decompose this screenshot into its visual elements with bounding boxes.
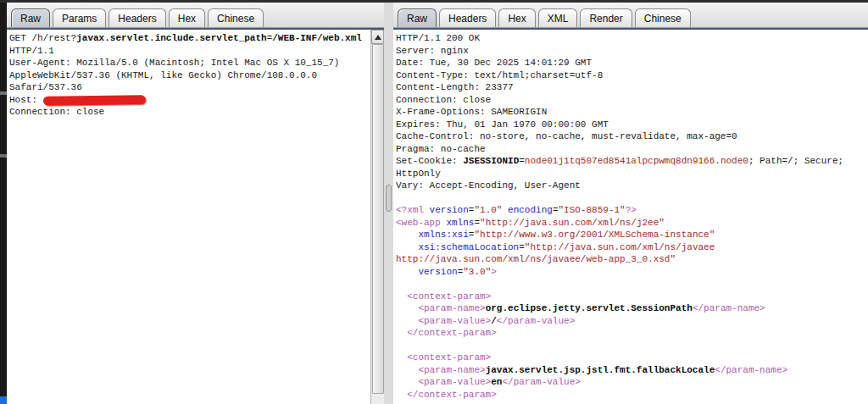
response-line: <web-app xmlns="http://java.sun.com/xml/…: [396, 217, 866, 230]
request-panel: RawParamsHeadersHexChinese GET /h/rest?j…: [7, 3, 384, 404]
response-line: X-Frame-Options: SAMEORIGIN: [396, 106, 866, 119]
request-tab-hex[interactable]: Hex: [169, 8, 205, 27]
response-content: HTTP/1.1 200 OKServer: nginxDate: Tue, 3…: [393, 28, 868, 404]
response-line: Set-Cookie: JSESSIONID=node01j1tq507ed85…: [396, 155, 866, 168]
scroll-up-icon: [375, 35, 381, 40]
response-line: <param-name>javax.servlet.jsp.jstl.fmt.f…: [396, 364, 866, 377]
response-line: Content-Type: text/html;charset=utf-8: [396, 69, 866, 82]
request-line: HTTP/1.1: [9, 45, 370, 58]
request-tab-headers[interactable]: Headers: [108, 8, 165, 27]
request-tab-params[interactable]: Params: [53, 8, 106, 27]
request-editor[interactable]: GET /h/rest?javax.servlet.include.servle…: [9, 32, 370, 404]
response-line: <context-param>: [396, 291, 866, 303]
request-tab-raw[interactable]: Raw: [11, 8, 50, 27]
response-line: http://java.sun.com/xml/ns/javaee/web-ap…: [396, 253, 866, 266]
response-line: <param-name>org.eclipse.jetty.servlet.Se…: [396, 302, 866, 315]
request-line: AppleWebKit/537.36 (KHTML, like Gecko) C…: [9, 69, 370, 82]
response-tab-xml[interactable]: XML: [538, 8, 578, 27]
request-line: User-Agent: Mozilla/5.0 (Macintosh; Inte…: [9, 57, 370, 69]
response-line: Content-Length: 23377: [396, 81, 866, 94]
response-line: </context-param>: [396, 327, 866, 340]
window-left-edge: [0, 0, 7, 404]
request-tabstrip: RawParamsHeadersHexChinese: [7, 3, 384, 28]
response-line: Server: nginx: [396, 45, 866, 58]
response-line: <context-param>: [396, 351, 866, 364]
edge-notch: [0, 91, 7, 95]
response-line: <param-value>/</param-value>: [396, 315, 866, 328]
split-divider[interactable]: [384, 3, 393, 404]
response-tabstrip: RawHeadersHexXMLRenderChinese: [393, 3, 868, 28]
response-editor[interactable]: HTTP/1.1 200 OKServer: nginxDate: Tue, 3…: [396, 32, 866, 404]
edge-blue-accent: [0, 396, 7, 404]
scroll-up-button[interactable]: [371, 30, 384, 44]
response-line: [396, 192, 866, 205]
response-line: Pragma: no-cache: [396, 143, 866, 156]
redaction-marker: [43, 95, 146, 105]
response-tab-headers[interactable]: Headers: [439, 8, 496, 27]
http-message-split-view: RawParamsHeadersHexChinese GET /h/rest?j…: [0, 0, 868, 404]
response-line: HttpOnly: [396, 168, 866, 180]
split-pane: RawParamsHeadersHexChinese GET /h/rest?j…: [7, 3, 868, 404]
response-line: [396, 278, 866, 291]
response-line: Connection: close: [396, 94, 866, 107]
response-line: HTTP/1.1 200 OK: [396, 32, 866, 45]
response-line: Expires: Thu, 01 Jan 1970 00:00:00 GMT: [396, 119, 866, 131]
response-line: xmlns:xsi="http://www.w3.org/2001/XMLSch…: [396, 229, 866, 241]
response-tab-hex[interactable]: Hex: [498, 8, 535, 27]
request-line: Connection: close: [9, 106, 370, 119]
response-line: version="3.0">: [396, 266, 866, 279]
response-panel: RawHeadersHexXMLRenderChinese HTTP/1.1 2…: [393, 3, 868, 404]
request-line: GET /h/rest?javax.servlet.include.servle…: [9, 32, 370, 45]
request-tab-chinese[interactable]: Chinese: [208, 8, 264, 27]
response-line: xsi:schemaLocation="http://java.sun.com/…: [396, 241, 866, 254]
window-top-edge: [0, 0, 868, 3]
response-tab-render[interactable]: Render: [580, 8, 632, 27]
request-line: Safari/537.36: [9, 81, 370, 94]
response-tab-chinese[interactable]: Chinese: [635, 8, 691, 27]
divider-grip[interactable]: [386, 185, 392, 212]
response-line: <param-value>en</param-value>: [396, 376, 866, 389]
response-line: [396, 340, 866, 352]
scrollbar-thumb[interactable]: [372, 44, 384, 394]
response-line: Date: Tue, 30 Dec 2025 14:01:29 GMT: [396, 57, 866, 69]
request-scrollbar[interactable]: [370, 30, 384, 404]
edge-notch: [0, 154, 7, 158]
response-line: Vary: Accept-Encoding, User-Agent: [396, 180, 866, 192]
request-line: Host:: [9, 94, 370, 107]
request-content: GET /h/rest?javax.servlet.include.servle…: [7, 28, 384, 404]
response-line: </context-param>: [396, 389, 866, 401]
response-line: Cache-Control: no-store, no-cache, must-…: [396, 130, 866, 143]
response-line: <?xml version="1.0" encoding="ISO-8859-1…: [396, 204, 866, 217]
response-tab-raw[interactable]: Raw: [398, 8, 437, 27]
